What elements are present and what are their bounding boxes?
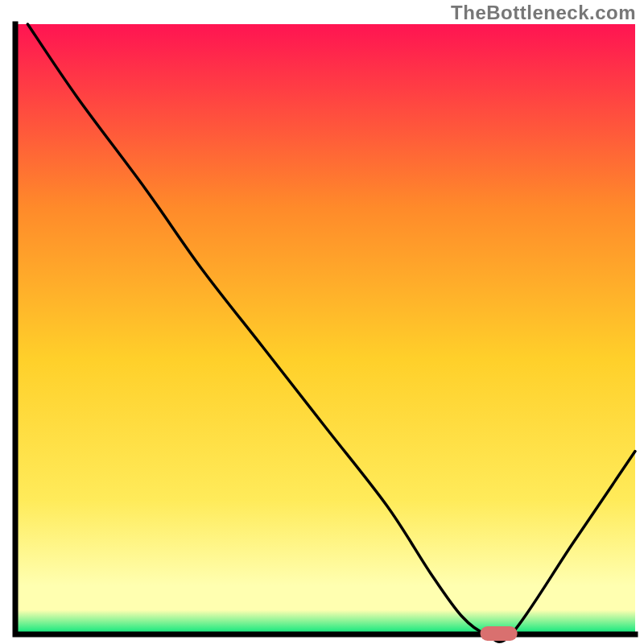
svg-rect-1 (481, 626, 518, 641)
watermark-text: TheBottleneck.com (451, 2, 636, 24)
chart-container: TheBottleneck.com (0, 0, 644, 644)
bottleneck-chart (0, 0, 644, 644)
svg-rect-0 (15, 24, 635, 634)
